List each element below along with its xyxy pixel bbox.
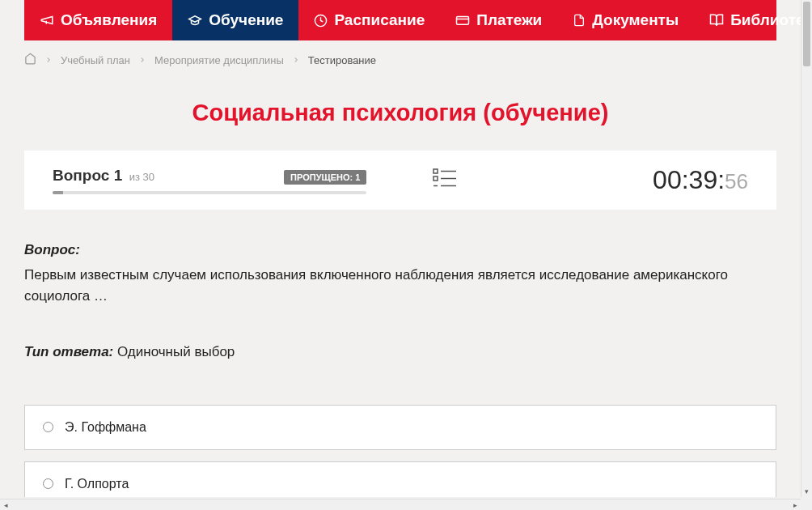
timer-seconds: 56 <box>725 169 748 193</box>
nav-label: Платежи <box>476 11 542 29</box>
question-number: Вопрос 1 <box>53 167 122 184</box>
clock-icon <box>314 14 328 28</box>
scroll-down-arrow-icon[interactable]: ▾ <box>801 486 812 497</box>
answer-type-value: Одиночный выбор <box>117 344 235 359</box>
chevron-right-icon <box>44 54 53 66</box>
svg-rect-1 <box>457 17 469 25</box>
chevron-right-icon <box>292 54 300 66</box>
home-icon[interactable] <box>24 53 36 67</box>
nav-label: Обучение <box>209 11 283 29</box>
page-title: Социальная психология (обучение) <box>0 100 801 126</box>
main-nav: Объявления Обучение Расписание Платежи Д… <box>24 0 776 40</box>
card-icon <box>455 13 470 28</box>
answer-option[interactable]: Г. Олпорта <box>24 461 776 497</box>
answer-text: Э. Гоффмана <box>65 420 146 435</box>
doc-icon <box>573 13 586 28</box>
question-body: Вопрос: Первым известным случаем использ… <box>0 242 801 360</box>
nav-label: Библиотека <box>730 11 801 29</box>
svg-rect-4 <box>433 176 438 181</box>
progress-bar <box>53 191 366 194</box>
nav-announcements[interactable]: Объявления <box>24 0 172 40</box>
scroll-left-arrow-icon[interactable]: ◂ <box>0 499 11 510</box>
nav-library[interactable]: Библиотека <box>694 0 801 40</box>
nav-documents[interactable]: Документы <box>557 0 694 40</box>
scroll-corner <box>801 499 812 510</box>
breadcrumb-current: Тестирование <box>308 54 376 66</box>
chevron-right-icon <box>138 54 146 66</box>
nav-label: Объявления <box>61 11 157 29</box>
vertical-scrollbar[interactable]: ▾ <box>801 0 812 497</box>
answer-option[interactable]: Э. Гоффмана <box>24 405 776 450</box>
scroll-right-arrow-icon[interactable]: ▸ <box>789 499 801 510</box>
horizontal-scrollbar[interactable]: ◂ ▸ <box>0 499 812 510</box>
progress-section: Вопрос 1 из 30 ПРОПУЩЕНО: 1 <box>53 167 366 194</box>
megaphone-icon <box>40 13 54 28</box>
question-list-icon[interactable] <box>433 168 457 193</box>
question-total: из 30 <box>129 171 154 183</box>
svg-rect-2 <box>433 169 438 173</box>
radio-icon <box>43 478 53 489</box>
skipped-badge: ПРОПУЩЕНО: 1 <box>284 170 366 185</box>
progress-fill <box>53 191 63 194</box>
scrollbar-thumb[interactable] <box>803 2 810 66</box>
breadcrumb: Учебный план Мероприятие дисциплины Тест… <box>0 40 801 79</box>
graduation-icon <box>188 13 202 28</box>
answer-type-row: Тип ответа: Одиночный выбор <box>24 344 776 360</box>
status-card: Вопрос 1 из 30 ПРОПУЩЕНО: 1 <box>24 151 776 210</box>
answers-list: Э. Гоффмана Г. Олпорта <box>0 405 801 497</box>
breadcrumb-link-event[interactable]: Мероприятие дисциплины <box>154 54 284 66</box>
answer-text: Г. Олпорта <box>65 477 129 491</box>
nav-payments[interactable]: Платежи <box>440 0 557 40</box>
answer-type-label: Тип ответа: <box>24 344 113 359</box>
timer: 00:39:56 <box>524 165 748 195</box>
nav-schedule[interactable]: Расписание <box>298 0 440 40</box>
breadcrumb-link-plan[interactable]: Учебный план <box>61 54 130 66</box>
nav-label: Документы <box>592 11 679 29</box>
book-icon <box>709 13 724 28</box>
question-text: Первым известным случаем использования в… <box>24 265 776 308</box>
question-label: Вопрос: <box>24 242 776 258</box>
nav-education[interactable]: Обучение <box>172 0 298 40</box>
nav-label: Расписание <box>334 11 425 29</box>
radio-icon <box>43 422 53 432</box>
timer-main: 00:39: <box>653 165 725 194</box>
